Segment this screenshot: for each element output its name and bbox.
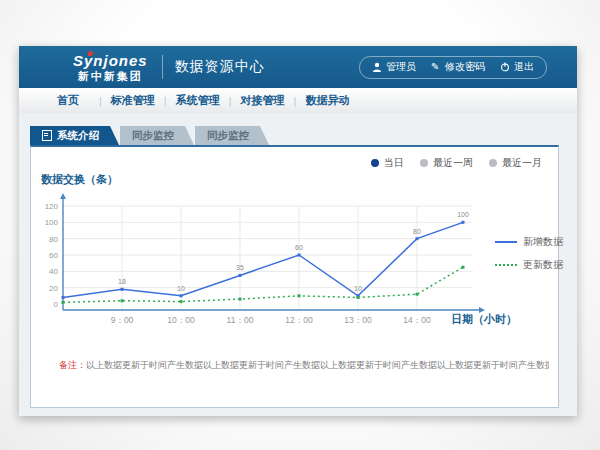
svg-text:18: 18 [118, 278, 126, 285]
tab-3[interactable]: 同步监控 [195, 126, 269, 145]
filter-2[interactable]: 最近一周 [420, 156, 473, 170]
logo-text: Synjones [73, 53, 148, 68]
filter-label: 当日 [384, 156, 404, 170]
svg-text:120: 120 [45, 202, 59, 211]
legend-swatch-icon [495, 264, 517, 266]
tab-label: 系统介绍 [57, 126, 99, 145]
logo-subtext: 新中新集团 [73, 71, 148, 82]
chart-panel: 当日最近一周最近一月 数据交换（条） 0204060801001209：0010… [30, 145, 559, 408]
y-axis-title: 数据交换（条） [41, 172, 118, 187]
change-password-button[interactable]: ✎ 修改密码 [431, 60, 485, 74]
main-navigation: 首页|标准管理|系统管理|对接管理|数据异动 [19, 88, 577, 114]
svg-text:10：00: 10：00 [167, 315, 195, 325]
svg-text:10: 10 [354, 285, 362, 292]
change-password-label: 修改密码 [445, 60, 485, 74]
svg-text:60: 60 [295, 244, 303, 251]
filter-label: 最近一周 [433, 156, 473, 170]
user-menu[interactable]: 管理员 [372, 60, 416, 74]
tab-label: 同步监控 [132, 126, 174, 145]
svg-text:13：00: 13：00 [344, 315, 372, 325]
legend-item-2[interactable]: 更新数据 [495, 258, 563, 272]
user-toolbar: 管理员 ✎ 修改密码 退出 [359, 56, 547, 79]
filter-1[interactable]: 当日 [371, 156, 404, 170]
axes [60, 193, 485, 313]
nav-item-3[interactable]: 系统管理 [167, 93, 229, 108]
header: Synjones 新中新集团 数据资源中心 管理员 ✎ 修改密码 退出 [19, 46, 577, 88]
footnote: 备注：以上数据更新于时间产生数据以上数据更新于时间产生数据以上数据更新于时间产生… [59, 359, 549, 372]
logout-button[interactable]: 退出 [500, 60, 534, 74]
company-logo: Synjones 新中新集团 [73, 53, 148, 82]
nav-item-2[interactable]: 标准管理 [102, 93, 164, 108]
x-tick-labels: 9：0010：0011：0012：0013：0014：00 [111, 315, 431, 325]
logout-label: 退出 [514, 60, 534, 74]
svg-text:35: 35 [236, 264, 244, 271]
edit-icon: ✎ [431, 62, 441, 72]
footnote-prefix: 备注： [59, 360, 86, 370]
page-title: 数据资源中心 [175, 58, 265, 76]
user-label: 管理员 [386, 60, 416, 74]
svg-text:80: 80 [413, 228, 421, 235]
svg-text:10: 10 [177, 285, 185, 292]
svg-text:100: 100 [45, 218, 59, 227]
svg-text:12：00: 12：00 [285, 315, 313, 325]
legend-swatch-icon [495, 241, 517, 243]
filter-3[interactable]: 最近一月 [489, 156, 542, 170]
tab-2[interactable]: 同步监控 [120, 126, 194, 145]
time-range-filters: 当日最近一周最近一月 [371, 156, 542, 170]
series-legend: 新增数据更新数据 [495, 235, 563, 272]
svg-text:11：00: 11：00 [227, 315, 254, 325]
radio-icon [371, 159, 379, 167]
legend-label: 更新数据 [523, 258, 563, 272]
y-tick-labels: 020406080100120 [45, 202, 59, 309]
svg-text:0: 0 [54, 300, 59, 309]
nav-item-5[interactable]: 数据异动 [296, 93, 358, 108]
svg-text:60: 60 [49, 251, 58, 260]
gridlines [63, 206, 473, 310]
svg-text:9：00: 9：00 [111, 315, 134, 325]
nav-item-1[interactable]: 首页 [37, 93, 99, 108]
nav-item-4[interactable]: 对接管理 [232, 93, 294, 108]
tab-label: 同步监控 [207, 126, 249, 145]
content-area: 系统介绍同步监控同步监控 当日最近一周最近一月 数据交换（条） 02040608… [19, 113, 577, 416]
power-icon [500, 62, 510, 72]
header-divider [162, 55, 163, 79]
legend-label: 新增数据 [523, 235, 563, 249]
document-icon [42, 130, 52, 141]
x-axis-title: 日期（小时） [451, 312, 517, 327]
radio-icon [489, 159, 497, 167]
filter-label: 最近一月 [502, 156, 542, 170]
user-icon [372, 62, 382, 72]
app-window: Synjones 新中新集团 数据资源中心 管理员 ✎ 修改密码 退出 [19, 46, 577, 416]
line-chart: 0204060801001209：0010：0011：0012：0013：001… [31, 187, 501, 339]
svg-text:40: 40 [49, 267, 58, 276]
svg-text:100: 100 [457, 211, 469, 218]
legend-item-1[interactable]: 新增数据 [495, 235, 563, 249]
svg-text:14：00: 14：00 [403, 315, 431, 325]
svg-text:80: 80 [49, 235, 58, 244]
tab-1[interactable]: 系统介绍 [30, 126, 119, 145]
radio-icon [420, 159, 428, 167]
footnote-text: 以上数据更新于时间产生数据以上数据更新于时间产生数据以上数据更新于时间产生数据以… [86, 360, 549, 370]
svg-text:20: 20 [49, 284, 58, 293]
logo-accent-icon [88, 51, 93, 56]
tab-bar: 系统介绍同步监控同步监控 [30, 126, 270, 145]
